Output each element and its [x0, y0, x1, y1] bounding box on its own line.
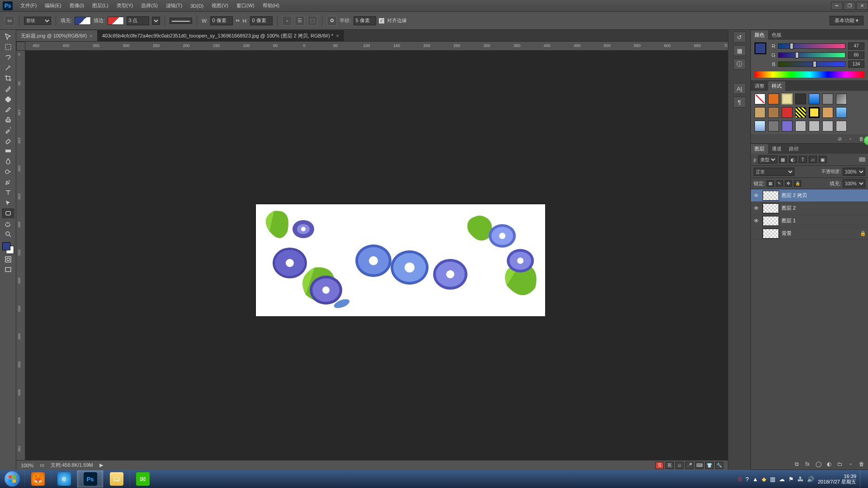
marquee-tool[interactable] [2, 42, 14, 52]
visibility-toggle[interactable]: 👁 [753, 218, 760, 224]
crop-tool[interactable] [2, 73, 14, 83]
minimize-button[interactable]: ━ [831, 2, 843, 10]
menu-item[interactable]: 编辑(E) [41, 0, 66, 12]
delete-layer-icon[interactable]: 🗑 [858, 460, 865, 468]
style-preset[interactable] [809, 121, 820, 131]
lock-all-icon[interactable]: 🔒 [794, 180, 801, 187]
layer-thumbnail[interactable] [763, 216, 779, 226]
ime-keyboard-icon[interactable]: ⌨ [695, 462, 703, 469]
menu-item[interactable]: 类型(Y) [113, 0, 137, 12]
task-explorer[interactable]: 🗂 [103, 470, 129, 488]
zoom-tool[interactable] [2, 229, 14, 239]
style-preset[interactable] [836, 107, 847, 118]
style-preset[interactable] [809, 107, 820, 118]
eraser-tool[interactable] [2, 136, 14, 145]
ime-settings-icon[interactable]: 🔧 [715, 462, 723, 469]
status-arrow-icon[interactable]: ▶ [99, 462, 103, 468]
ime-mic-icon[interactable]: 🎤 [685, 462, 693, 469]
color-swatches[interactable] [2, 242, 14, 254]
menu-item[interactable]: 图像(I) [66, 0, 88, 12]
adjustment-layer-icon[interactable]: ◐ [826, 460, 833, 468]
menu-item[interactable]: 滤镜(T) [162, 0, 186, 12]
stroke-swatch[interactable] [108, 17, 124, 25]
ime-emoji-icon[interactable]: ☺ [675, 462, 684, 469]
blur-tool[interactable] [2, 156, 14, 166]
brush-tool[interactable] [2, 104, 14, 114]
fill-opacity-input[interactable]: 100% [843, 179, 865, 188]
tool-mode-select[interactable]: 形状 [24, 17, 51, 25]
style-preset[interactable] [782, 107, 793, 118]
history-panel-icon[interactable]: ↺ [733, 32, 746, 42]
tray-volume-icon[interactable]: 🔊 [807, 476, 814, 483]
gear-icon[interactable]: ✿ [327, 16, 337, 26]
layers-tab[interactable]: 图层 [751, 144, 768, 154]
b-slider[interactable] [778, 61, 845, 67]
style-preset[interactable] [836, 94, 847, 104]
radius-input[interactable] [354, 16, 376, 25]
canvas-viewport[interactable] [25, 51, 728, 460]
info-panel-icon[interactable]: ⓘ [733, 59, 746, 70]
close-tab-icon[interactable]: × [336, 33, 339, 38]
hand-tool[interactable] [2, 219, 14, 229]
workspace-switcher[interactable]: 基本功能 ▾ [830, 16, 863, 25]
layer-group-icon[interactable]: 🗀 [836, 460, 844, 468]
g-slider[interactable] [778, 52, 845, 58]
menu-item[interactable]: 帮助(H) [259, 0, 283, 12]
layer-row[interactable]: 👁图层 2 [751, 202, 868, 215]
type-tool[interactable] [2, 188, 14, 197]
lock-paint-icon[interactable]: ✎ [776, 180, 783, 187]
tray-clock[interactable]: 16:39 2018/7/27 星期五 [818, 474, 856, 484]
align-edges-checkbox[interactable]: ✓ [379, 18, 384, 23]
filter-type-icon[interactable]: T [799, 156, 807, 163]
opacity-input[interactable]: 100% [843, 168, 865, 176]
g-value[interactable]: 66 [848, 52, 864, 59]
r-slider[interactable] [778, 43, 845, 49]
layer-row[interactable]: 👁图层 1 [751, 215, 868, 227]
maximize-button[interactable]: ❐ [844, 2, 855, 10]
dodge-tool[interactable] [2, 167, 14, 177]
paths-tab[interactable]: 路径 [785, 144, 802, 154]
eyedropper-tool[interactable] [2, 84, 14, 94]
layer-thumbnail[interactable] [763, 191, 779, 201]
document-tab[interactable]: 无标题.png @ 100%(RGB/8#)× [16, 30, 98, 41]
style-preset[interactable] [822, 94, 833, 104]
tray-shield-icon[interactable]: ◆ [762, 476, 766, 483]
menu-item[interactable]: 窗口(W) [232, 0, 259, 12]
styles-tab[interactable]: 样式 [768, 81, 785, 91]
quickmask-icon[interactable] [2, 254, 14, 264]
link-wh-icon[interactable]: ⇔ [236, 18, 240, 23]
move-tool[interactable] [2, 32, 14, 42]
lock-position-icon[interactable]: ✥ [785, 180, 792, 187]
styles-new-icon[interactable]: ▫ [847, 136, 854, 142]
tray-flag-icon[interactable]: ⚑ [788, 476, 794, 483]
close-button[interactable]: ✕ [856, 2, 868, 10]
style-preset[interactable] [768, 107, 779, 118]
close-tab-icon[interactable]: × [90, 33, 92, 38]
style-preset[interactable] [782, 121, 793, 131]
task-firefox[interactable]: 🦊 [24, 470, 51, 488]
style-preset[interactable] [755, 121, 765, 131]
color-tab[interactable]: 颜色 [751, 30, 768, 40]
visibility-toggle[interactable]: 👁 [753, 205, 760, 211]
zoom-level[interactable]: 100% [21, 463, 33, 468]
start-button[interactable] [0, 470, 24, 488]
stroke-style-picker[interactable] [170, 18, 192, 24]
healing-tool[interactable] [2, 94, 14, 104]
lasso-tool[interactable] [2, 52, 14, 62]
menu-item[interactable]: 图层(L) [88, 0, 112, 12]
shape-tool[interactable] [2, 208, 14, 218]
tray-app-icon[interactable]: ▥ [770, 476, 775, 483]
canvas[interactable] [256, 204, 545, 316]
layer-mask-icon[interactable]: ◯ [815, 460, 822, 468]
style-preset[interactable] [768, 121, 779, 131]
paragraph-panel-icon[interactable]: ¶ [733, 97, 746, 108]
history-brush-tool[interactable] [2, 125, 14, 135]
layer-row[interactable]: 背景🔒 [751, 227, 868, 240]
filter-adjust-icon[interactable]: ◐ [789, 156, 797, 163]
character-panel-icon[interactable]: A| [733, 83, 746, 94]
layer-fx-icon[interactable]: fx [804, 460, 811, 468]
layer-thumbnail[interactable] [763, 203, 779, 213]
style-preset[interactable] [822, 121, 833, 131]
style-preset[interactable] [755, 94, 765, 104]
style-preset[interactable] [809, 94, 820, 104]
